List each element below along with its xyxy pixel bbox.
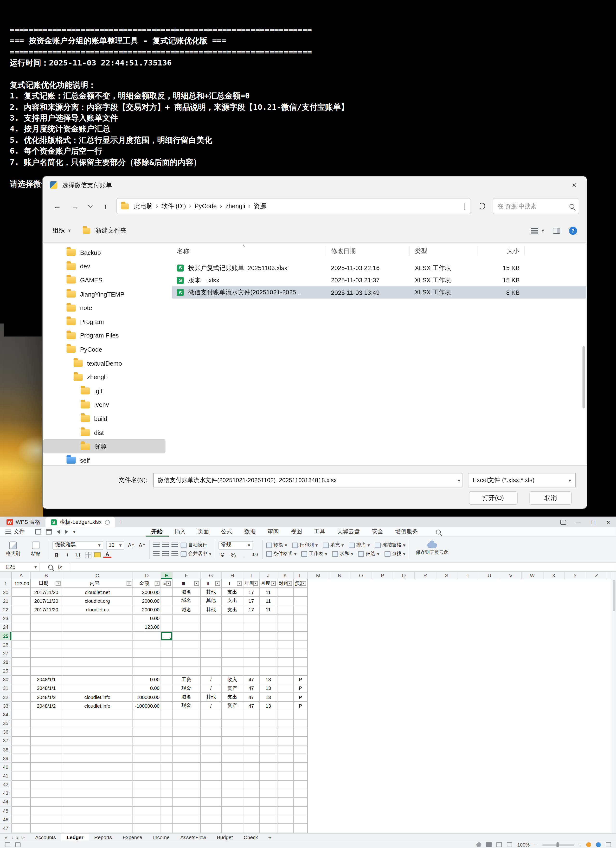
cell-J22[interactable]: 11 — [260, 606, 277, 614]
ribbon-button-工作表[interactable]: 工作表▾ — [302, 550, 327, 557]
cell-M43[interactable] — [308, 789, 329, 798]
search-icon[interactable] — [48, 565, 53, 569]
cell-O35[interactable] — [351, 719, 372, 728]
cell-S45[interactable] — [436, 806, 458, 815]
cell-E26[interactable] — [161, 640, 173, 649]
cell-I21[interactable]: 17 — [243, 597, 259, 606]
cell-L29[interactable] — [293, 667, 308, 675]
cell-W23[interactable] — [522, 614, 543, 623]
cell-T43[interactable] — [458, 789, 479, 798]
cell-P40[interactable] — [372, 763, 394, 772]
cell-B43[interactable] — [31, 789, 62, 798]
cell-B42[interactable] — [31, 780, 62, 789]
cell-H40[interactable] — [222, 763, 243, 772]
ribbon-search-button[interactable] — [435, 529, 440, 534]
font-color-button[interactable]: A — [103, 552, 111, 558]
cell-K23[interactable] — [277, 614, 293, 623]
cell-U37[interactable] — [479, 737, 500, 746]
up-button[interactable]: ↑ — [98, 199, 113, 213]
cell-V23[interactable] — [500, 614, 522, 623]
cell-Y39[interactable] — [565, 754, 586, 763]
filter-icon[interactable]: ▾ — [237, 581, 241, 586]
cell-R43[interactable] — [415, 789, 436, 798]
cell-J35[interactable] — [260, 719, 277, 728]
cell-F1[interactable]: Ⅲ▾ — [173, 580, 201, 588]
selected-cell[interactable] — [161, 632, 173, 640]
cell-E38[interactable] — [161, 746, 173, 754]
filter-icon[interactable]: ▾ — [166, 581, 171, 586]
cell-Y22[interactable] — [565, 606, 586, 614]
cell-C47[interactable] — [62, 824, 133, 833]
cell-T1[interactable] — [458, 580, 479, 588]
cell-D38[interactable] — [133, 746, 161, 754]
cell-I37[interactable] — [243, 737, 259, 746]
cell-K44[interactable] — [277, 798, 293, 806]
cell-Z36[interactable] — [586, 728, 607, 737]
cell-X25[interactable] — [543, 632, 565, 640]
row-header-29[interactable]: 29 — [0, 667, 12, 675]
row-header-25[interactable]: 25 — [0, 632, 12, 640]
redo-icon[interactable] — [65, 529, 68, 534]
column-header-K[interactable]: K — [277, 572, 293, 579]
cell-Q42[interactable] — [394, 780, 415, 789]
cell-Y46[interactable] — [565, 815, 586, 824]
cell-U21[interactable] — [479, 597, 500, 606]
cell-A22[interactable] — [12, 606, 31, 614]
cell-M37[interactable] — [308, 737, 329, 746]
cell-B38[interactable] — [31, 746, 62, 754]
cell-N33[interactable] — [329, 702, 351, 710]
cell-P38[interactable] — [372, 746, 394, 754]
cell-N27[interactable] — [329, 649, 351, 658]
cell-Z46[interactable] — [586, 815, 607, 824]
cell-Y21[interactable] — [565, 597, 586, 606]
cell-D36[interactable] — [133, 728, 161, 737]
cell-S26[interactable] — [436, 640, 458, 649]
cell-W28[interactable] — [522, 658, 543, 667]
sheet-tab-Income[interactable]: Income — [148, 833, 175, 841]
cell-E22[interactable] — [161, 606, 173, 614]
cell-V31[interactable] — [500, 684, 522, 693]
cell-T41[interactable] — [458, 772, 479, 780]
cell-Z32[interactable] — [586, 693, 607, 702]
zoom-slider[interactable] — [542, 844, 574, 845]
cell-L21[interactable] — [293, 597, 308, 606]
sheet-tab-Expense[interactable]: Expense — [117, 833, 148, 841]
cell-N35[interactable] — [329, 719, 351, 728]
window-close-icon[interactable]: × — [601, 517, 616, 527]
cell-F29[interactable] — [173, 667, 201, 675]
cell-C38[interactable] — [62, 746, 133, 754]
cell-F32[interactable]: 域名 — [173, 693, 201, 702]
cell-K29[interactable] — [277, 667, 293, 675]
cell-B23[interactable] — [31, 614, 62, 623]
cell-H37[interactable] — [222, 737, 243, 746]
cell-G39[interactable] — [201, 754, 222, 763]
cell-M29[interactable] — [308, 667, 329, 675]
cell-M31[interactable] — [308, 684, 329, 693]
cell-S36[interactable] — [436, 728, 458, 737]
cell-G24[interactable] — [201, 623, 222, 632]
cell-M46[interactable] — [308, 815, 329, 824]
cell-Y25[interactable] — [565, 632, 586, 640]
cell-M20[interactable] — [308, 588, 329, 597]
view-mode-button[interactable]: ▾ — [531, 227, 544, 233]
ribbon-button-行和列[interactable]: 行和列▾ — [292, 542, 318, 549]
cell-O45[interactable] — [351, 806, 372, 815]
cell-H39[interactable] — [222, 754, 243, 763]
cell-G1[interactable]: Ⅱ▾ — [201, 580, 222, 588]
cell-Y42[interactable] — [565, 780, 586, 789]
sheet-tab-Accounts[interactable]: Accounts — [30, 833, 61, 841]
cell-E46[interactable] — [161, 815, 173, 824]
cell-D30[interactable]: 0.00 — [133, 675, 161, 684]
cell-W35[interactable] — [522, 719, 543, 728]
cell-C22[interactable]: cloudlet.cc — [62, 606, 133, 614]
cell-C32[interactable]: cloudlet.info — [62, 693, 133, 702]
cell-M34[interactable] — [308, 710, 329, 719]
cell-E23[interactable] — [161, 614, 173, 623]
cell-C36[interactable] — [62, 728, 133, 737]
cell-Q32[interactable] — [394, 693, 415, 702]
skin-button[interactable] — [555, 517, 570, 527]
cell-O33[interactable] — [351, 702, 372, 710]
cell-M25[interactable] — [308, 632, 329, 640]
cell-L42[interactable] — [293, 780, 308, 789]
cloud-save-button[interactable]: 保存到天翼云盘 — [412, 538, 452, 560]
